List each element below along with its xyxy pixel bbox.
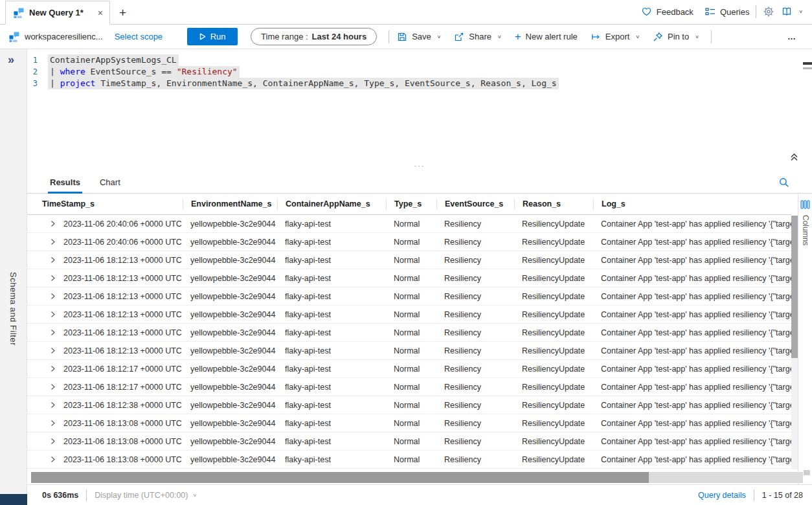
time-range-picker[interactable]: Time range : Last 24 hours [251,28,377,45]
cell-log: Container App 'test-app' has applied res… [593,292,791,301]
vertical-scrollbar-thumb[interactable] [791,216,798,358]
line-number: 2 [27,66,48,78]
cell-log: Container App 'test-app' has applied res… [593,219,791,229]
result-range: 1 - 15 of 28 [762,491,803,500]
settings-gear-icon[interactable] [763,6,774,17]
save-button[interactable]: Save ∨ [397,32,441,42]
query-details-link[interactable]: Query details [698,491,746,500]
cell-type: Normal [386,437,436,446]
cell-app: flaky-api-test [277,437,386,446]
tab-new-query[interactable]: New Query 1* × [5,1,110,25]
more-actions-button[interactable]: … [787,32,803,41]
row-expand-chevron-icon[interactable] [51,256,63,264]
run-button[interactable]: Run [187,28,238,45]
line-number: 3 [27,78,48,89]
cell-environment: yellowpebble-3c2e9044 [183,401,277,410]
row-expand-chevron-icon[interactable] [51,311,63,318]
code-line[interactable]: 3| project TimeStamp_s, EnvironmentName_… [27,78,812,89]
new-alert-rule-button[interactable]: + New alert rule [515,31,578,42]
row-expand-chevron-icon[interactable] [51,220,63,227]
horizontal-scrollbar[interactable] [31,472,803,483]
vertical-scrollbar[interactable] [791,216,798,469]
code-line[interactable]: 2| where EventSource_s == "Resiliency" [27,66,812,78]
cell-timestamp: 2023-11-06 20:40:06 +0000 UTC [63,219,183,229]
cell-reason: ResiliencyUpdate [514,238,593,247]
tab-chart[interactable]: Chart [100,171,120,194]
row-expand-chevron-icon[interactable] [51,438,63,445]
cell-reason: ResiliencyUpdate [514,346,593,355]
column-header-type[interactable]: Type_s [386,199,436,210]
schema-filter-label[interactable]: Schema and Filter [8,272,18,346]
table-row[interactable]: 2023-11-06 18:12:13 +0000 UTCyellowpebbl… [27,251,791,269]
table-row[interactable]: 2023-11-06 18:13:08 +0000 UTCyellowpebbl… [27,451,791,469]
row-expand-chevron-icon[interactable] [51,347,63,354]
feedback-button[interactable]: Feedback [641,6,694,17]
queries-button[interactable]: Queries [705,7,750,17]
table-row[interactable]: 2023-11-06 18:12:17 +0000 UTCyellowpebbl… [27,360,791,378]
code-text: | project TimeStamp_s, EnvironmentName_s… [48,78,559,89]
cell-log: Container App 'test-app' has applied res… [593,383,791,392]
table-row[interactable]: 2023-11-06 20:40:06 +0000 UTCyellowpebbl… [27,233,791,251]
columns-icon [800,200,810,209]
export-button[interactable]: Export ∨ [591,32,640,42]
table-row[interactable]: 2023-11-06 20:40:06 +0000 UTCyellowpebbl… [27,215,791,233]
row-expand-chevron-icon[interactable] [51,329,63,336]
table-row[interactable]: 2023-11-06 18:13:08 +0000 UTCyellowpebbl… [27,414,791,432]
column-header-containerapp[interactable]: ContainerAppName_s [277,199,386,210]
queries-list-icon [705,7,716,17]
table-row[interactable]: 2023-11-06 18:13:08 +0000 UTCyellowpebbl… [27,432,791,451]
cell-timestamp: 2023-11-06 18:12:17 +0000 UTC [63,383,183,392]
pin-to-button[interactable]: Pin to ∨ [653,32,699,42]
cell-log: Container App 'test-app' has applied res… [593,256,791,265]
search-results-icon[interactable] [778,177,790,188]
tab-results[interactable]: Results [50,171,80,194]
table-row[interactable]: 2023-11-06 18:12:13 +0000 UTCyellowpebbl… [27,287,791,306]
row-expand-chevron-icon[interactable] [51,456,63,463]
new-tab-button[interactable]: + [119,6,126,19]
workspace-name[interactable]: workspaceresilienc... [25,32,103,41]
table-row[interactable]: 2023-11-06 18:12:13 +0000 UTCyellowpebbl… [27,342,791,360]
row-expand-chevron-icon[interactable] [51,365,63,372]
column-header-log[interactable]: Log_s [593,199,791,210]
columns-side-panel[interactable]: Columns [798,194,812,484]
table-row[interactable]: 2023-11-06 18:12:13 +0000 UTCyellowpebbl… [27,269,791,287]
row-expand-chevron-icon[interactable] [51,238,63,245]
row-expand-chevron-icon[interactable] [51,420,63,427]
expand-sidebar-icon[interactable]: » [0,49,27,67]
row-expand-chevron-icon[interactable] [51,293,63,300]
table-row[interactable]: 2023-11-06 18:12:13 +0000 UTCyellowpebbl… [27,324,791,342]
cell-app: flaky-api-test [277,365,386,374]
table-row[interactable]: 2023-11-06 18:12:38 +0000 UTCyellowpebbl… [27,396,791,414]
cell-reason: ResiliencyUpdate [514,292,593,301]
horizontal-scrollbar-thumb[interactable] [31,472,649,483]
table-row[interactable]: 2023-11-06 18:12:17 +0000 UTCyellowpebbl… [27,378,791,396]
share-button[interactable]: Share ∨ [454,32,501,42]
scrollbar-corner [804,470,810,475]
cell-event_source: Resiliency [436,401,514,410]
collapse-editor-button[interactable] [789,152,799,162]
row-expand-chevron-icon[interactable] [51,383,63,390]
row-expand-chevron-icon[interactable] [51,401,63,409]
panel-splitter-handle[interactable]: ··· [27,163,812,171]
cell-event_source: Resiliency [436,256,514,265]
cell-log: Container App 'test-app' has applied res… [593,419,791,428]
query-editor[interactable]: 1ContainerAppSystemLogs_CL2| where Event… [27,49,812,163]
select-scope-link[interactable]: Select scope [115,32,163,41]
cell-timestamp: 2023-11-06 18:13:08 +0000 UTC [63,419,183,428]
cell-timestamp: 2023-11-06 18:12:38 +0000 UTC [63,401,183,410]
columns-panel-label[interactable]: Columns [801,215,810,245]
column-header-environment[interactable]: EnvironmentName_s [183,199,277,210]
code-line[interactable]: 1ContainerAppSystemLogs_CL [27,54,812,66]
column-header-reason[interactable]: Reason_s [514,199,593,210]
cell-timestamp: 2023-11-06 20:40:06 +0000 UTC [63,238,183,247]
close-icon[interactable]: × [98,8,103,17]
column-header-timestamp[interactable]: TimeStamp_s [27,199,183,210]
cell-type: Normal [386,310,436,319]
column-header-eventsource[interactable]: EventSource_s [436,199,514,210]
chevron-down-icon: ∨ [798,9,803,14]
cell-app: flaky-api-test [277,383,386,392]
table-row[interactable]: 2023-11-06 18:12:13 +0000 UTCyellowpebbl… [27,306,791,324]
row-expand-chevron-icon[interactable] [51,275,63,282]
display-time-selector[interactable]: Display time (UTC+00:00) ∨ [95,491,197,500]
reference-book-button[interactable]: ∨ [781,6,803,17]
